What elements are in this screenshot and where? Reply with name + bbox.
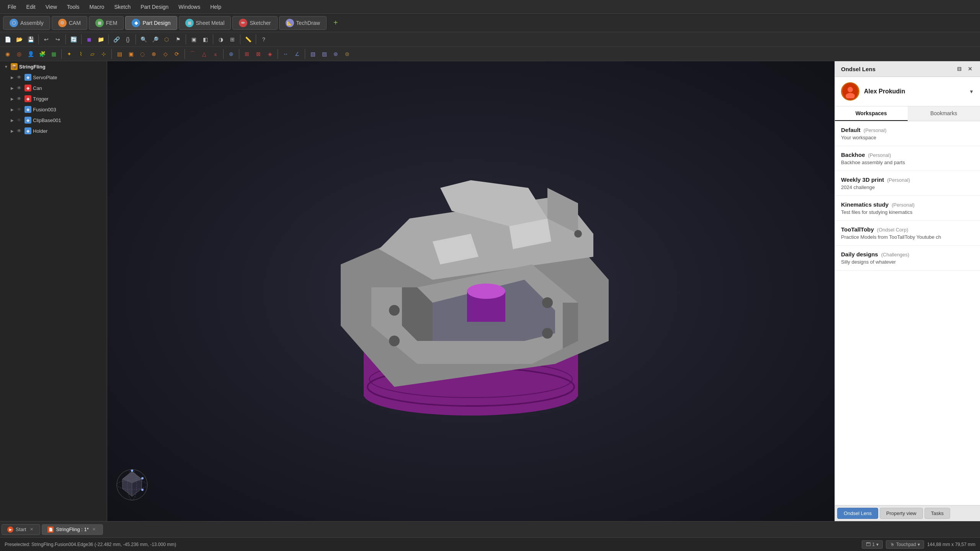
tb2-pad[interactable]: ▤ (114, 49, 125, 59)
wb-tab-sketcher[interactable]: ✏ Sketcher (232, 16, 277, 30)
menu-edit[interactable]: Edit (22, 2, 40, 11)
tb-view-box[interactable]: ▣ (188, 34, 199, 45)
tree-expand-can[interactable]: ▶ (9, 85, 15, 91)
tb2-measure-angle[interactable]: ∠ (292, 49, 302, 59)
wb-tab-part-design[interactable]: ◆ Part Design (125, 16, 177, 30)
tree-expand-servoplate[interactable]: ▶ (9, 74, 15, 80)
tb2-extra3[interactable]: ⊛ (330, 49, 341, 59)
tree-eye-fusion003[interactable]: 👁 (17, 107, 23, 112)
tree-item-fusion003[interactable]: ▶ 👁 ◆ Fusion003 (0, 104, 107, 115)
tb2-body[interactable]: ◎ (14, 49, 24, 59)
tb2-linear-pattern[interactable]: ⊠ (253, 49, 264, 59)
tb2-part[interactable]: ◉ (2, 49, 13, 59)
tb2-datum-plane[interactable]: ▱ (87, 49, 98, 59)
stringfling-tab-close[interactable]: ✕ (91, 527, 97, 533)
ws-item-daily-designs[interactable]: Daily designs (Challenges) Silly designs… (835, 246, 980, 271)
ws-item-tootalltoby[interactable]: TooTallToby (Ondsel Corp) Practice Model… (835, 221, 980, 246)
menu-file[interactable]: File (3, 2, 21, 11)
tree-item-trigger[interactable]: ▶ 👁 ◆ Trigger (0, 93, 107, 104)
tb-code[interactable]: {} (122, 34, 133, 45)
lens-tab-bookmarks[interactable]: Bookmarks (908, 106, 980, 121)
doc-tab-start[interactable]: ▶ Start ✕ (2, 524, 40, 535)
user-dropdown-btn[interactable]: ▼ (969, 89, 974, 95)
tb2-loft[interactable]: ◇ (160, 49, 171, 59)
menu-part-design[interactable]: Part Design (136, 2, 173, 11)
tb2-extra4[interactable]: ⊜ (342, 49, 353, 59)
tb2-datum-point[interactable]: ✦ (64, 49, 75, 59)
tree-item-holder[interactable]: ▶ 👁 ◆ Holder (0, 126, 107, 136)
ws-item-default[interactable]: Default (Personal) Your workspace (835, 121, 980, 146)
tb2-clone[interactable]: 👤 (25, 49, 36, 59)
tb2-fillet[interactable]: ⌒ (187, 49, 198, 59)
tb2-datum-line[interactable]: ⌇ (75, 49, 86, 59)
tb2-extra1[interactable]: ▧ (307, 49, 318, 59)
input-mode-widget[interactable]: 🖱 Touchpad ▾ (886, 540, 924, 549)
add-workbench-button[interactable]: + (330, 18, 341, 28)
menu-help[interactable]: Help (206, 2, 226, 11)
tree-eye-holder[interactable]: 👁 (17, 128, 23, 134)
tb-help[interactable]: ? (258, 34, 269, 45)
wb-tab-assembly[interactable]: ⬡ Assembly (3, 16, 50, 30)
view-number-widget[interactable]: 🗔 1 ▾ (862, 540, 883, 549)
tree-eye-can[interactable]: 👁 (17, 85, 23, 91)
wb-tab-sheet-metal[interactable]: ◼ Sheet Metal (179, 16, 231, 30)
tb2-groove[interactable]: ⊗ (149, 49, 159, 59)
tree-item-clipbase001[interactable]: ▶ 👁 ◆ ClipBase001 (0, 115, 107, 126)
start-tab-close[interactable]: ✕ (28, 527, 34, 533)
tree-eye-servoplate[interactable]: 👁 (17, 75, 23, 80)
ws-item-backhoe[interactable]: Backhoe (Personal) Backhoe assembly and … (835, 146, 980, 171)
lens-tab-workspaces[interactable]: Workspaces (835, 106, 908, 121)
tb2-pipe[interactable]: ⟳ (172, 49, 182, 59)
tb-folder-open[interactable]: 📁 (95, 34, 106, 45)
tb-open[interactable]: 📂 (14, 34, 24, 45)
panel-minimize-btn[interactable]: ⊟ (956, 65, 963, 73)
property-view-btn[interactable]: Property view (880, 508, 923, 519)
tb2-measure-linear[interactable]: ↔ (280, 49, 291, 59)
tb-view-cut[interactable]: ◧ (200, 34, 211, 45)
tb-view-flag[interactable]: ⚑ (173, 34, 183, 45)
menu-windows[interactable]: Windows (174, 2, 205, 11)
tb2-boolean[interactable]: ⊕ (226, 49, 237, 59)
tb-zoom-fit[interactable]: 🔍 (138, 34, 149, 45)
tb2-assembly[interactable]: ▦ (48, 49, 59, 59)
tb-view-sync[interactable]: ⊞ (227, 34, 238, 45)
tb2-coord-sys[interactable]: ⊹ (98, 49, 109, 59)
tasks-btn[interactable]: Tasks (924, 508, 950, 519)
ondsel-lens-btn[interactable]: Ondsel Lens (837, 508, 878, 519)
doc-tab-stringfling[interactable]: 📄 StringFling : 1* ✕ (42, 524, 103, 535)
menu-tools[interactable]: Tools (62, 2, 84, 11)
tree-eye-clipbase001[interactable]: 👁 (17, 117, 23, 123)
wb-tab-techdraw[interactable]: 📐 TechDraw (279, 16, 327, 30)
tb2-revolution[interactable]: ◌ (137, 49, 148, 59)
tb-3d-box[interactable]: ◼ (84, 34, 95, 45)
tree-expand-holder[interactable]: ▶ (9, 128, 15, 134)
tb2-group[interactable]: 🧩 (37, 49, 47, 59)
tb-refresh[interactable]: 🔄 (68, 34, 79, 45)
tree-expand-clipbase001[interactable]: ▶ (9, 117, 15, 123)
tb-new[interactable]: 📄 (2, 34, 13, 45)
menu-macro[interactable]: Macro (85, 2, 109, 11)
tb-zoom-in[interactable]: 🔎 (150, 34, 160, 45)
tb2-draft[interactable]: ⌅ (210, 49, 221, 59)
tb2-mirror[interactable]: ⊞ (242, 49, 252, 59)
tree-root-stringfling[interactable]: ▼ 📦 StringFling (0, 61, 107, 72)
ws-item-weekly-3d[interactable]: Weekly 3D print (Personal) 2024 challeng… (835, 171, 980, 196)
menu-sketch[interactable]: Sketch (109, 2, 135, 11)
tb-save[interactable]: 💾 (25, 34, 36, 45)
panel-close-btn[interactable]: ✕ (966, 65, 974, 73)
tree-item-servoplate[interactable]: ▶ 👁 ◆ ServoPlate (0, 72, 107, 83)
tb2-polar-pattern[interactable]: ◈ (265, 49, 275, 59)
tb-undo[interactable]: ↩ (41, 34, 52, 45)
tb-view-home[interactable]: ⬡ (161, 34, 172, 45)
tb2-pocket[interactable]: ▣ (126, 49, 136, 59)
tb-measure[interactable]: 📏 (243, 34, 253, 45)
tb-redo[interactable]: ↪ (52, 34, 63, 45)
tb-link[interactable]: 🔗 (111, 34, 122, 45)
tree-eye-trigger[interactable]: 👁 (17, 96, 23, 101)
tb2-chamfer[interactable]: △ (199, 49, 209, 59)
tree-expand-root[interactable]: ▼ (3, 64, 9, 70)
tb2-extra2[interactable]: ▨ (319, 49, 330, 59)
3d-viewport[interactable] (107, 61, 835, 521)
menu-view[interactable]: View (41, 2, 62, 11)
tree-item-can[interactable]: ▶ 👁 ◆ Can (0, 83, 107, 93)
